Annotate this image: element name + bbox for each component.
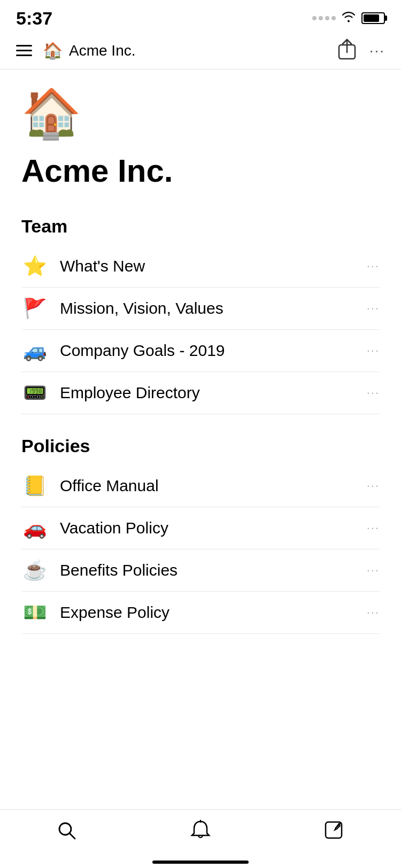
status-icons — [312, 11, 385, 26]
item-emoji: 📟 — [21, 382, 48, 404]
item-emoji: 🚗 — [21, 517, 48, 539]
status-time: 5:37 — [16, 8, 52, 29]
compose-nav-button[interactable] — [324, 820, 344, 845]
item-more-button[interactable]: ··· — [367, 301, 380, 315]
item-emoji: 💵 — [21, 601, 48, 624]
list-item-policies-1[interactable]: 🚗 Vacation Policy ··· — [21, 507, 380, 549]
list-item-left: 📟 Employee Directory — [21, 382, 200, 404]
search-nav-button[interactable] — [57, 820, 77, 845]
item-emoji: 🚩 — [21, 297, 48, 320]
nav-title: Acme Inc. — [69, 42, 135, 59]
nav-title-area: 🏠 Acme Inc. — [43, 41, 135, 60]
item-label: Office Manual — [60, 477, 159, 495]
section-title-team: Team — [21, 216, 380, 237]
search-icon — [57, 820, 77, 845]
list-item-policies-3[interactable]: 💵 Expense Policy ··· — [21, 592, 380, 634]
notifications-nav-button[interactable] — [190, 819, 211, 846]
item-emoji: ⭐ — [21, 255, 48, 277]
section-policies: Policies 📒 Office Manual ··· 🚗 Vacation … — [21, 436, 380, 634]
item-label: Company Goals - 2019 — [60, 342, 225, 360]
page-emoji: 🏠 — [21, 86, 81, 142]
list-item-left: 💵 Expense Policy — [21, 601, 169, 624]
item-more-button[interactable]: ··· — [367, 606, 380, 619]
list-item-policies-0[interactable]: 📒 Office Manual ··· — [21, 465, 380, 507]
item-label: Expense Policy — [60, 603, 169, 622]
nav-emoji: 🏠 — [43, 41, 63, 60]
item-more-button[interactable]: ··· — [367, 344, 380, 358]
item-label: Benefits Policies — [60, 561, 178, 579]
item-more-button[interactable]: ··· — [367, 479, 380, 493]
svg-line-3 — [70, 833, 75, 839]
list-item-team-0[interactable]: ⭐ What's New ··· — [21, 245, 380, 288]
list-item-left: 🚩 Mission, Vision, Values — [21, 297, 223, 320]
wifi-icon — [341, 11, 356, 26]
item-more-button[interactable]: ··· — [367, 259, 380, 273]
nav-left: 🏠 Acme Inc. — [16, 41, 135, 60]
section-title-policies: Policies — [21, 436, 380, 456]
item-label: Vacation Policy — [60, 519, 168, 537]
list-item-team-2[interactable]: 🚙 Company Goals - 2019 ··· — [21, 330, 380, 372]
nav-right: ··· — [337, 38, 385, 63]
sections-container: Team ⭐ What's New ··· 🚩 Mission, Vision,… — [21, 216, 380, 634]
list-item-team-1[interactable]: 🚩 Mission, Vision, Values ··· — [21, 288, 380, 330]
battery-icon — [361, 12, 385, 24]
signal-icon — [312, 16, 336, 20]
item-more-button[interactable]: ··· — [367, 521, 380, 535]
home-indicator — [152, 861, 249, 864]
section-team: Team ⭐ What's New ··· 🚩 Mission, Vision,… — [21, 216, 380, 414]
item-label: Employee Directory — [60, 384, 200, 402]
more-options-button[interactable]: ··· — [369, 42, 385, 59]
list-item-team-3[interactable]: 📟 Employee Directory ··· — [21, 372, 380, 414]
item-emoji: ☕ — [21, 559, 48, 582]
list-item-left: ☕ Benefits Policies — [21, 559, 178, 582]
hamburger-menu-button[interactable] — [16, 45, 32, 56]
item-label: Mission, Vision, Values — [60, 299, 223, 317]
item-emoji: 🚙 — [21, 339, 48, 362]
item-emoji: 📒 — [21, 475, 48, 497]
page-header: 🏠 Acme Inc. — [21, 86, 380, 200]
list-item-left: ⭐ What's New — [21, 255, 145, 277]
list-item-left: 🚙 Company Goals - 2019 — [21, 339, 225, 362]
item-label: What's New — [60, 257, 145, 275]
item-more-button[interactable]: ··· — [367, 386, 380, 400]
status-bar: 5:37 — [0, 0, 401, 32]
compose-icon — [324, 820, 344, 845]
list-item-left: 🚗 Vacation Policy — [21, 517, 168, 539]
bell-icon — [190, 819, 211, 846]
share-button[interactable] — [337, 38, 357, 63]
item-more-button[interactable]: ··· — [367, 563, 380, 577]
list-item-policies-2[interactable]: ☕ Benefits Policies ··· — [21, 549, 380, 592]
list-item-left: 📒 Office Manual — [21, 475, 159, 497]
bottom-nav — [0, 809, 401, 868]
page-title: Acme Inc. — [21, 152, 173, 189]
nav-bar: 🏠 Acme Inc. ··· — [0, 32, 401, 69]
main-content: 🏠 Acme Inc. Team ⭐ What's New ··· 🚩 Miss… — [0, 69, 401, 671]
